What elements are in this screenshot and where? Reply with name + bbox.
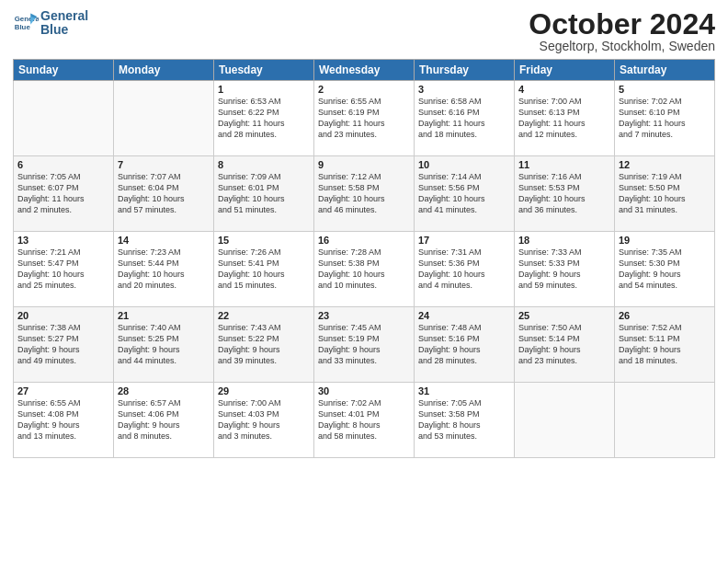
day-number: 6 <box>17 159 109 170</box>
day-info: Sunrise: 7:07 AM Sunset: 6:04 PM Dayligh… <box>118 171 210 216</box>
logo-icon: General Blue <box>13 10 39 36</box>
header-monday: Monday <box>114 60 214 81</box>
calendar-cell-w3-d4: 16Sunrise: 7:28 AM Sunset: 5:38 PM Dayli… <box>314 232 415 307</box>
header: General Blue General Blue October 2024 S… <box>13 9 715 53</box>
calendar-cell-w5-d2: 28Sunrise: 6:57 AM Sunset: 4:06 PM Dayli… <box>114 383 214 458</box>
day-number: 1 <box>218 84 310 95</box>
day-info: Sunrise: 7:26 AM Sunset: 5:41 PM Dayligh… <box>218 247 310 292</box>
calendar-cell-w4-d3: 22Sunrise: 7:43 AM Sunset: 5:22 PM Dayli… <box>214 307 314 383</box>
day-number: 31 <box>418 385 510 396</box>
day-info: Sunrise: 7:40 AM Sunset: 5:25 PM Dayligh… <box>118 322 210 367</box>
day-info: Sunrise: 7:28 AM Sunset: 5:38 PM Dayligh… <box>318 247 410 292</box>
day-info: Sunrise: 7:21 AM Sunset: 5:47 PM Dayligh… <box>17 247 109 292</box>
calendar-cell-w2-d6: 11Sunrise: 7:16 AM Sunset: 5:53 PM Dayli… <box>515 156 615 232</box>
calendar-cell-w3-d3: 15Sunrise: 7:26 AM Sunset: 5:41 PM Dayli… <box>214 232 314 307</box>
day-number: 17 <box>418 235 510 246</box>
calendar-cell-w5-d3: 29Sunrise: 7:00 AM Sunset: 4:03 PM Dayli… <box>214 383 314 458</box>
day-number: 8 <box>218 159 310 170</box>
day-number: 23 <box>318 310 410 321</box>
day-number: 26 <box>619 310 711 321</box>
day-number: 22 <box>218 310 310 321</box>
day-info: Sunrise: 7:48 AM Sunset: 5:16 PM Dayligh… <box>418 322 510 367</box>
day-number: 5 <box>619 84 711 95</box>
day-number: 3 <box>418 84 510 95</box>
calendar-cell-w3-d1: 13Sunrise: 7:21 AM Sunset: 5:47 PM Dayli… <box>14 232 114 307</box>
calendar-cell-w5-d5: 31Sunrise: 7:05 AM Sunset: 3:58 PM Dayli… <box>415 383 515 458</box>
day-info: Sunrise: 7:52 AM Sunset: 5:11 PM Dayligh… <box>619 322 711 367</box>
day-info: Sunrise: 7:00 AM Sunset: 4:03 PM Dayligh… <box>218 397 310 442</box>
calendar-cell-w3-d2: 14Sunrise: 7:23 AM Sunset: 5:44 PM Dayli… <box>114 232 214 307</box>
calendar-cell-w2-d2: 7Sunrise: 7:07 AM Sunset: 6:04 PM Daylig… <box>114 156 214 232</box>
calendar-cell-w5-d4: 30Sunrise: 7:02 AM Sunset: 4:01 PM Dayli… <box>314 383 415 458</box>
day-number: 24 <box>418 310 510 321</box>
calendar-cell-w4-d2: 21Sunrise: 7:40 AM Sunset: 5:25 PM Dayli… <box>114 307 214 383</box>
calendar-cell-w1-d6: 4Sunrise: 7:00 AM Sunset: 6:13 PM Daylig… <box>515 81 615 156</box>
day-info: Sunrise: 6:58 AM Sunset: 6:16 PM Dayligh… <box>418 96 510 141</box>
day-info: Sunrise: 7:02 AM Sunset: 6:10 PM Dayligh… <box>619 96 711 141</box>
logo-blue: Blue <box>40 23 88 37</box>
day-number: 2 <box>318 84 410 95</box>
calendar-week-2: 6Sunrise: 7:05 AM Sunset: 6:07 PM Daylig… <box>14 156 715 232</box>
calendar-cell-w1-d3: 1Sunrise: 6:53 AM Sunset: 6:22 PM Daylig… <box>214 81 314 156</box>
day-info: Sunrise: 7:43 AM Sunset: 5:22 PM Dayligh… <box>218 322 310 367</box>
header-wednesday: Wednesday <box>314 60 415 81</box>
day-number: 7 <box>118 159 210 170</box>
title-block: October 2024 Segeltorp, Stockholm, Swede… <box>529 9 715 53</box>
calendar-week-4: 20Sunrise: 7:38 AM Sunset: 5:27 PM Dayli… <box>14 307 715 383</box>
day-number: 14 <box>118 235 210 246</box>
day-number: 16 <box>318 235 410 246</box>
day-info: Sunrise: 6:55 AM Sunset: 4:08 PM Dayligh… <box>17 397 109 442</box>
day-number: 12 <box>619 159 711 170</box>
calendar-cell-w1-d5: 3Sunrise: 6:58 AM Sunset: 6:16 PM Daylig… <box>415 81 515 156</box>
day-info: Sunrise: 7:05 AM Sunset: 6:07 PM Dayligh… <box>17 171 109 216</box>
header-saturday: Saturday <box>615 60 715 81</box>
day-info: Sunrise: 7:16 AM Sunset: 5:53 PM Dayligh… <box>518 171 610 216</box>
day-info: Sunrise: 7:23 AM Sunset: 5:44 PM Dayligh… <box>118 247 210 292</box>
calendar-week-1: 1Sunrise: 6:53 AM Sunset: 6:22 PM Daylig… <box>14 81 715 156</box>
calendar-cell-w4-d7: 26Sunrise: 7:52 AM Sunset: 5:11 PM Dayli… <box>615 307 715 383</box>
day-info: Sunrise: 7:31 AM Sunset: 5:36 PM Dayligh… <box>418 247 510 292</box>
calendar-header-row: Sunday Monday Tuesday Wednesday Thursday… <box>14 60 715 81</box>
page: General Blue General Blue October 2024 S… <box>0 0 728 563</box>
calendar-cell-w5-d7 <box>615 383 715 458</box>
day-number: 20 <box>17 310 109 321</box>
day-number: 4 <box>518 84 610 95</box>
day-info: Sunrise: 7:09 AM Sunset: 6:01 PM Dayligh… <box>218 171 310 216</box>
calendar-cell-w4-d5: 24Sunrise: 7:48 AM Sunset: 5:16 PM Dayli… <box>415 307 515 383</box>
day-number: 28 <box>118 385 210 396</box>
header-sunday: Sunday <box>14 60 114 81</box>
day-number: 21 <box>118 310 210 321</box>
calendar-cell-w4-d1: 20Sunrise: 7:38 AM Sunset: 5:27 PM Dayli… <box>14 307 114 383</box>
day-number: 27 <box>17 385 109 396</box>
logo-general: General <box>40 9 88 23</box>
header-friday: Friday <box>515 60 615 81</box>
calendar-cell-w3-d7: 19Sunrise: 7:35 AM Sunset: 5:30 PM Dayli… <box>615 232 715 307</box>
day-number: 19 <box>619 235 711 246</box>
calendar-cell-w2-d5: 10Sunrise: 7:14 AM Sunset: 5:56 PM Dayli… <box>415 156 515 232</box>
day-number: 15 <box>218 235 310 246</box>
day-info: Sunrise: 7:35 AM Sunset: 5:30 PM Dayligh… <box>619 247 711 292</box>
day-info: Sunrise: 6:53 AM Sunset: 6:22 PM Dayligh… <box>218 96 310 141</box>
header-thursday: Thursday <box>415 60 515 81</box>
day-number: 13 <box>17 235 109 246</box>
calendar-cell-w2-d4: 9Sunrise: 7:12 AM Sunset: 5:58 PM Daylig… <box>314 156 415 232</box>
logo: General Blue General Blue <box>13 9 88 38</box>
day-info: Sunrise: 7:12 AM Sunset: 5:58 PM Dayligh… <box>318 171 410 216</box>
day-number: 29 <box>218 385 310 396</box>
calendar-cell-w5-d6 <box>515 383 615 458</box>
calendar-cell-w1-d2 <box>114 81 214 156</box>
calendar-cell-w4-d4: 23Sunrise: 7:45 AM Sunset: 5:19 PM Dayli… <box>314 307 415 383</box>
day-number: 10 <box>418 159 510 170</box>
calendar-cell-w2-d1: 6Sunrise: 7:05 AM Sunset: 6:07 PM Daylig… <box>14 156 114 232</box>
svg-text:Blue: Blue <box>15 23 31 31</box>
day-info: Sunrise: 7:45 AM Sunset: 5:19 PM Dayligh… <box>318 322 410 367</box>
day-number: 18 <box>518 235 610 246</box>
calendar-week-3: 13Sunrise: 7:21 AM Sunset: 5:47 PM Dayli… <box>14 232 715 307</box>
day-info: Sunrise: 7:50 AM Sunset: 5:14 PM Dayligh… <box>518 322 610 367</box>
month-title: October 2024 <box>529 9 715 39</box>
day-info: Sunrise: 7:38 AM Sunset: 5:27 PM Dayligh… <box>17 322 109 367</box>
calendar-cell-w3-d6: 18Sunrise: 7:33 AM Sunset: 5:33 PM Dayli… <box>515 232 615 307</box>
day-info: Sunrise: 6:57 AM Sunset: 4:06 PM Dayligh… <box>118 397 210 442</box>
header-tuesday: Tuesday <box>214 60 314 81</box>
day-info: Sunrise: 7:19 AM Sunset: 5:50 PM Dayligh… <box>619 171 711 216</box>
